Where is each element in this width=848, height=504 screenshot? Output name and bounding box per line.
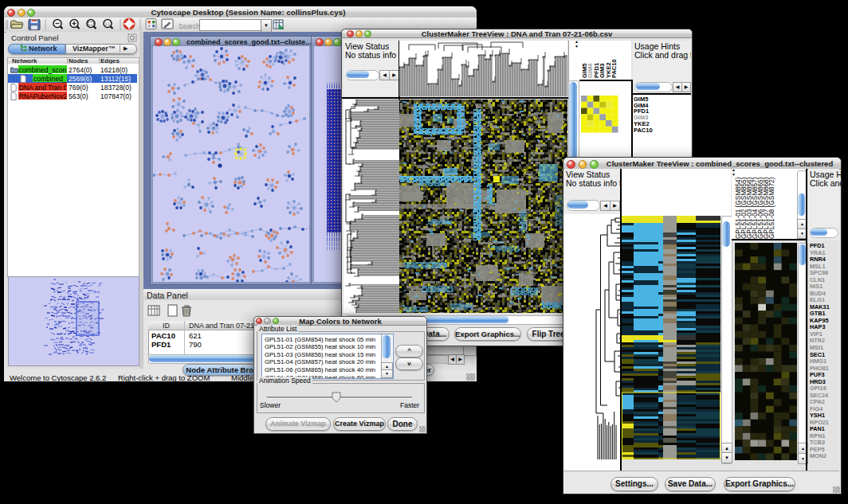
svg-text:1:1: 1:1 bbox=[105, 22, 111, 26]
